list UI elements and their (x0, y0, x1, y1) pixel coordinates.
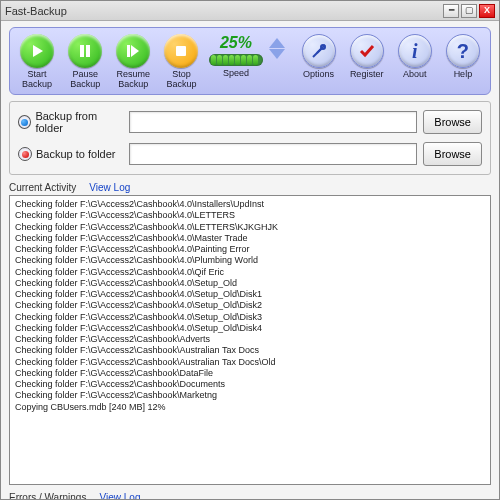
help-button[interactable]: ? Help (442, 34, 484, 90)
speed-bar (209, 54, 263, 66)
close-button[interactable]: X (479, 4, 495, 18)
to-row: Backup to folder Browse (18, 142, 482, 166)
log-line: Checking folder F:\G\Access2\Cashbook\Ad… (15, 334, 485, 345)
from-folder-input[interactable] (129, 111, 417, 133)
folder-panel: Backup from folder Browse Backup to fold… (9, 101, 491, 175)
activity-log[interactable]: Checking folder F:\G\Access2\Cashbook\4.… (9, 195, 491, 485)
to-browse-button[interactable]: Browse (423, 142, 482, 166)
log-line: Checking folder F:\G\Access2\Cashbook\Ma… (15, 390, 485, 401)
from-radio[interactable] (18, 115, 31, 129)
log-line: Checking folder F:\G\Access2\Cashbook\Da… (15, 368, 485, 379)
resume-backup-button[interactable]: Resume Backup (112, 34, 154, 90)
log-line: Copying CBUsers.mdb [240 MB] 12% (15, 402, 485, 413)
pause-icon (68, 34, 102, 68)
content-area: Start Backup Pause Backup Resume Backup … (1, 21, 499, 499)
speed-down-button[interactable] (269, 49, 285, 59)
play-icon (20, 34, 54, 68)
activity-section: Current Activity View Log Checking folde… (9, 181, 491, 485)
errors-header: Errors / Warnings View Log (9, 491, 491, 499)
speed-percent: 25% (220, 34, 252, 52)
start-backup-button[interactable]: Start Backup (16, 34, 58, 90)
window-title: Fast-Backup (5, 5, 441, 17)
log-line: Checking folder F:\G\Access2\Cashbook\Au… (15, 357, 485, 368)
log-line: Checking folder F:\G\Access2\Cashbook\4.… (15, 312, 485, 323)
svg-rect-5 (176, 46, 186, 56)
options-button[interactable]: Options (297, 34, 339, 90)
log-line: Checking folder F:\G\Access2\Cashbook\4.… (15, 300, 485, 311)
from-browse-button[interactable]: Browse (423, 110, 482, 134)
errors-viewlog-link[interactable]: View Log (99, 492, 140, 499)
log-line: Checking folder F:\G\Access2\Cashbook\4.… (15, 255, 485, 266)
stop-icon (164, 34, 198, 68)
log-line: Checking folder F:\G\Access2\Cashbook\4.… (15, 244, 485, 255)
register-button[interactable]: Register (346, 34, 388, 90)
pause-backup-button[interactable]: Pause Backup (64, 34, 106, 90)
log-line: Checking folder F:\G\Access2\Cashbook\4.… (15, 199, 485, 210)
maximize-button[interactable]: ▢ (461, 4, 477, 18)
help-icon: ? (446, 34, 480, 68)
app-window: Fast-Backup ━ ▢ X Start Backup Pause Bac… (0, 0, 500, 500)
to-radio[interactable] (18, 147, 32, 161)
svg-rect-2 (86, 45, 90, 57)
activity-viewlog-link[interactable]: View Log (89, 182, 130, 193)
speed-up-button[interactable] (269, 38, 285, 48)
about-button[interactable]: i About (394, 34, 436, 90)
log-line: Checking folder F:\G\Access2\Cashbook\4.… (15, 278, 485, 289)
svg-rect-1 (80, 45, 84, 57)
info-icon: i (398, 34, 432, 68)
log-line: Checking folder F:\G\Access2\Cashbook\4.… (15, 210, 485, 221)
speed-arrows (269, 38, 285, 59)
minimize-button[interactable]: ━ (443, 4, 459, 18)
check-icon (350, 34, 384, 68)
to-folder-input[interactable] (129, 143, 417, 165)
resume-icon (116, 34, 150, 68)
log-line: Checking folder F:\G\Access2\Cashbook\4.… (15, 222, 485, 233)
speed-indicator: 25% Speed (209, 34, 264, 88)
log-line: Checking folder F:\G\Access2\Cashbook\4.… (15, 323, 485, 334)
tools-icon (302, 34, 336, 68)
log-line: Checking folder F:\G\Access2\Cashbook\4.… (15, 267, 485, 278)
from-label[interactable]: Backup from folder (18, 110, 123, 134)
log-line: Checking folder F:\G\Access2\Cashbook\4.… (15, 233, 485, 244)
log-line: Checking folder F:\G\Access2\Cashbook\Au… (15, 345, 485, 356)
svg-marker-4 (131, 45, 139, 57)
log-line: Checking folder F:\G\Access2\Cashbook\4.… (15, 289, 485, 300)
titlebar: Fast-Backup ━ ▢ X (1, 1, 499, 21)
toolbar: Start Backup Pause Backup Resume Backup … (9, 27, 491, 95)
svg-marker-0 (33, 45, 43, 57)
activity-header: Current Activity View Log (9, 181, 491, 193)
to-label[interactable]: Backup to folder (18, 147, 123, 161)
log-line: Checking folder F:\G\Access2\Cashbook\Do… (15, 379, 485, 390)
from-row: Backup from folder Browse (18, 110, 482, 134)
stop-backup-button[interactable]: Stop Backup (160, 34, 202, 90)
svg-rect-3 (127, 45, 130, 57)
